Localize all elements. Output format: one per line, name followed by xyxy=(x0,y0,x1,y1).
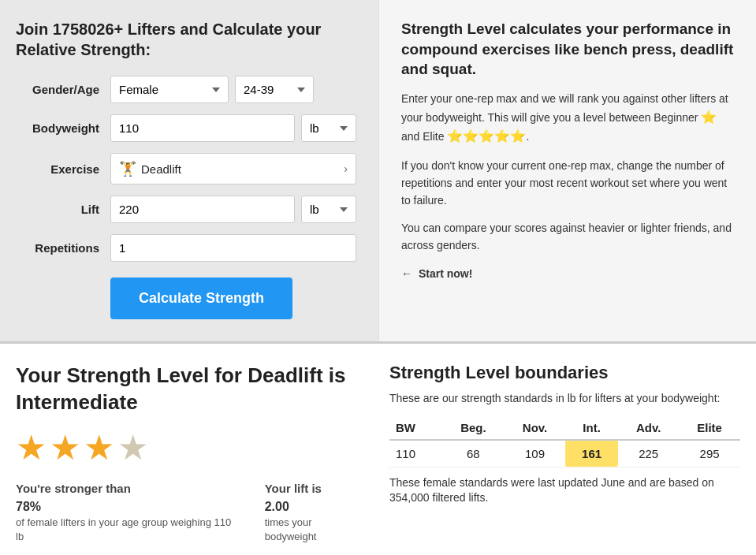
stronger-than-block: You're stronger than 78% of female lifte… xyxy=(16,482,233,546)
gender-select[interactable]: Female Male xyxy=(110,76,229,103)
bodyweight-unit-select[interactable]: lb kg xyxy=(301,114,356,142)
arrow-left-icon: ← xyxy=(401,267,412,280)
col-beg: Beg. xyxy=(442,416,505,440)
right-p3: You can compare your scores against heav… xyxy=(401,220,734,254)
repetitions-row: Repetitions xyxy=(16,234,356,262)
cell-nov: 109 xyxy=(505,440,565,467)
calculate-btn-wrapper: Calculate Strength xyxy=(16,273,356,319)
table-header-row: BW Beg. Nov. Int. Adv. Elite xyxy=(389,416,740,440)
col-nov: Nov. xyxy=(505,416,565,440)
bodyweight-input[interactable] xyxy=(110,114,295,142)
star-4: ★ xyxy=(117,427,148,467)
gender-controls: Female Male 18-23 24-39 40-49 50-59 60-6… xyxy=(110,76,356,103)
table-description: These are our strength standards in lb f… xyxy=(389,391,740,407)
exercise-value: Deadlift xyxy=(141,162,181,176)
stronger-than-value: 78% of female lifters in your age group … xyxy=(16,500,233,546)
lift-row: Lift lb kg xyxy=(16,196,356,223)
exercise-field[interactable]: 🏋 Deadlift › xyxy=(110,153,356,184)
cell-beg: 68 xyxy=(442,440,505,467)
exercise-controls: 🏋 Deadlift › xyxy=(110,153,356,184)
page-title: Join 1758026+ Lifters and Calculate your… xyxy=(16,19,356,60)
cell-bw: 110 xyxy=(389,440,442,467)
result-panel: Your Strength Level for Deadlift is Inte… xyxy=(16,363,378,548)
cell-int: 161 xyxy=(565,440,618,467)
stronger-than-sub: of female lifters in your age group weig… xyxy=(16,516,233,546)
left-panel: Join 1758026+ Lifters and Calculate your… xyxy=(0,0,378,341)
stars-row: ★ ★ ★ ★ xyxy=(16,427,363,467)
table-title: Strength Level boundaries xyxy=(389,363,740,383)
lift-controls: lb kg xyxy=(110,196,356,223)
star-3: ★ xyxy=(84,427,114,467)
star-1: ★ xyxy=(16,427,47,467)
col-int: Int. xyxy=(565,416,618,440)
lift-is-label: Your lift is xyxy=(265,482,363,495)
bottom-section: Your Strength Level for Deadlift is Inte… xyxy=(0,341,756,555)
exercise-arrow-icon: › xyxy=(344,162,348,175)
right-p1: Enter your one-rep max and we will rank … xyxy=(401,91,734,147)
start-now-text: ← Start now! xyxy=(401,266,734,283)
cell-adv: 225 xyxy=(618,440,679,467)
right-p2: If you don't know your current one-rep m… xyxy=(401,158,734,209)
age-select[interactable]: 18-23 24-39 40-49 50-59 60-69 xyxy=(235,76,314,103)
stats-row: You're stronger than 78% of female lifte… xyxy=(16,482,363,546)
table-row: 110 68 109 161 225 295 xyxy=(389,440,740,467)
col-bw: BW xyxy=(389,416,442,440)
result-title: Your Strength Level for Deadlift is Inte… xyxy=(16,363,363,416)
col-adv: Adv. xyxy=(618,416,679,440)
lift-unit-select[interactable]: lb kg xyxy=(301,196,356,223)
lift-is-sub: times your bodyweight xyxy=(265,516,363,546)
beginner-star: ⭐ xyxy=(701,110,717,124)
strength-table: BW Beg. Nov. Int. Adv. Elite 110 68 109 … xyxy=(389,416,740,467)
table-note: These female standards were last updated… xyxy=(389,475,740,506)
repetitions-label: Repetitions xyxy=(16,241,110,255)
elite-stars: ⭐⭐⭐⭐⭐ xyxy=(447,129,526,143)
lift-input[interactable] xyxy=(110,196,295,223)
right-title: Strength Level calculates your performan… xyxy=(401,19,734,80)
stronger-than-label: You're stronger than xyxy=(16,482,233,495)
bodyweight-label: Bodyweight xyxy=(16,121,110,135)
exercise-row: Exercise 🏋 Deadlift › xyxy=(16,153,356,184)
lift-is-block: Your lift is 2.00 times your bodyweight xyxy=(265,482,363,546)
repetitions-input[interactable] xyxy=(110,234,356,262)
bodyweight-controls: lb kg xyxy=(110,114,356,142)
gender-label: Gender/Age xyxy=(16,83,110,96)
bodyweight-row: Bodyweight lb kg xyxy=(16,114,356,142)
cell-elite: 295 xyxy=(679,440,740,467)
table-panel: Strength Level boundaries These are our … xyxy=(378,363,740,548)
star-2: ★ xyxy=(50,427,80,467)
lift-label: Lift xyxy=(16,203,110,216)
calculate-button[interactable]: Calculate Strength xyxy=(110,278,292,319)
col-elite: Elite xyxy=(679,416,740,440)
exercise-icon: 🏋 xyxy=(119,160,136,177)
top-section: Join 1758026+ Lifters and Calculate your… xyxy=(0,0,756,341)
right-panel: Strength Level calculates your performan… xyxy=(378,0,756,341)
exercise-label: Exercise xyxy=(16,162,110,176)
gender-row: Gender/Age Female Male 18-23 24-39 40-49… xyxy=(16,76,356,103)
repetitions-controls xyxy=(110,234,356,262)
lift-is-value: 2.00 times your bodyweight xyxy=(265,500,363,546)
